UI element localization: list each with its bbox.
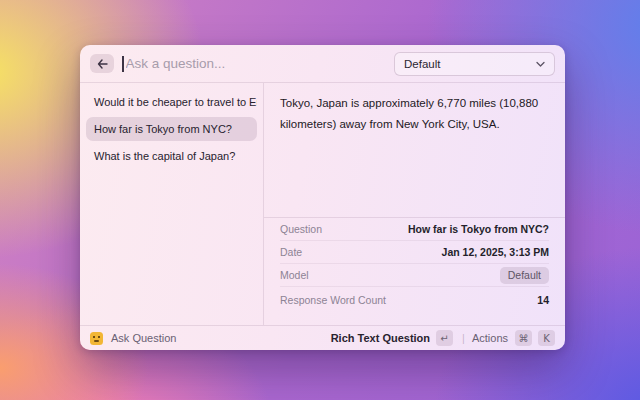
metadata-value: 14 [537, 294, 549, 306]
top-bar: Ask a question... Default [80, 45, 565, 83]
metadata-label: Question [280, 223, 322, 235]
ask-question-app-icon [90, 332, 103, 345]
question-list: Would it be cheaper to travel to Euro...… [80, 83, 264, 325]
model-dropdown-value: Default [404, 58, 536, 70]
k-key-icon: K [538, 330, 555, 346]
back-button[interactable] [90, 54, 114, 73]
metadata-label: Response Word Count [280, 294, 386, 306]
question-input[interactable]: Ask a question... [126, 56, 395, 71]
raycast-window: Ask a question... Default Would it be ch… [80, 45, 565, 350]
metadata-value: How far is Tokyo from NYC? [408, 223, 549, 235]
list-item-question-3[interactable]: What is the capital of Japan? [86, 144, 257, 168]
metadata-row-question: Question How far is Tokyo from NYC? [280, 218, 549, 241]
back-arrow-icon [97, 59, 108, 69]
metadata-section: Question How far is Tokyo from NYC? Date… [264, 217, 565, 325]
list-item-question-1[interactable]: Would it be cheaper to travel to Euro... [86, 90, 257, 114]
metadata-value: Jan 12, 2025, 3:13 PM [442, 246, 549, 258]
metadata-row-date: Date Jan 12, 2025, 3:13 PM [280, 241, 549, 264]
metadata-label: Date [280, 246, 302, 258]
metadata-label: Model [280, 269, 309, 281]
command-name: Ask Question [111, 332, 176, 344]
actions-menu-button[interactable]: Actions [472, 332, 508, 344]
answer-text: Tokyo, Japan is approximately 6,770 mile… [264, 83, 565, 217]
detail-panel: Tokyo, Japan is approximately 6,770 mile… [264, 83, 565, 325]
metadata-row-model: Model Default [280, 264, 549, 287]
status-bar: Ask Question Rich Text Question ↵ | Acti… [80, 325, 565, 350]
enter-key-icon: ↵ [436, 330, 453, 346]
model-dropdown[interactable]: Default [394, 52, 555, 76]
model-badge: Default [500, 267, 549, 284]
primary-action-button[interactable]: Rich Text Question [331, 332, 430, 344]
metadata-row-word-count: Response Word Count 14 [280, 287, 549, 313]
footer-divider: | [462, 332, 465, 344]
text-cursor [122, 56, 124, 72]
command-key-icon: ⌘ [515, 330, 532, 346]
content-area: Would it be cheaper to travel to Euro...… [80, 83, 565, 325]
footer-actions: Rich Text Question ↵ | Actions ⌘ K [331, 330, 555, 346]
list-item-question-2-selected[interactable]: How far is Tokyo from NYC? [86, 117, 257, 141]
chevron-down-icon [536, 61, 545, 67]
